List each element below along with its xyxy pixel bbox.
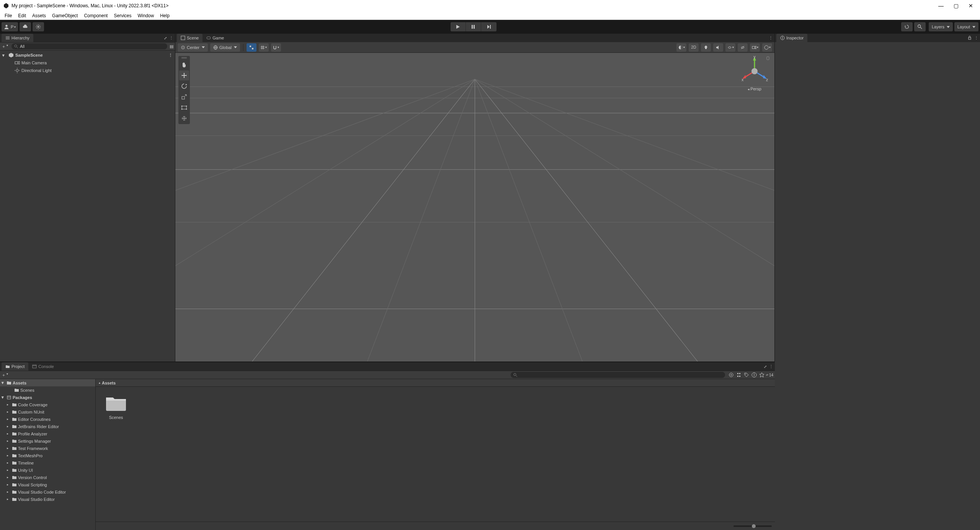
- expand-toggle[interactable]: ▸: [7, 417, 11, 421]
- filter-by-type-button[interactable]: [727, 371, 735, 378]
- scene-row[interactable]: ▾ SampleScene ⋮: [0, 51, 175, 59]
- grid-snap-button[interactable]: [247, 43, 256, 52]
- thumbnail-size-slider[interactable]: [733, 525, 772, 527]
- inspector-menu-icon[interactable]: ⋮: [974, 36, 978, 41]
- game-tab[interactable]: Game: [203, 34, 228, 42]
- hierarchy-filter-icon[interactable]: ▤: [170, 44, 173, 49]
- menu-gameobject[interactable]: GameObject: [49, 13, 81, 18]
- snap-settings-button[interactable]: ▾: [271, 43, 281, 52]
- project-package-item[interactable]: ▸Custom NUnit: [0, 408, 95, 415]
- minimize-button[interactable]: —: [938, 3, 944, 9]
- layers-dropdown[interactable]: Layers: [929, 22, 953, 31]
- project-search[interactable]: [511, 372, 725, 378]
- project-breadcrumb[interactable]: ▴ Assets: [96, 379, 775, 387]
- menu-assets[interactable]: Assets: [29, 13, 49, 18]
- project-package-item[interactable]: ▸Visual Studio Code Editor: [0, 488, 95, 496]
- expand-toggle[interactable]: ▸: [7, 468, 11, 472]
- scene-tab[interactable]: Scene: [177, 34, 203, 42]
- hierarchy-search[interactable]: All: [11, 43, 167, 49]
- transform-tool[interactable]: [179, 113, 189, 123]
- undo-history-button[interactable]: [901, 22, 913, 31]
- project-item-scenes[interactable]: Scenes: [103, 394, 129, 420]
- expand-toggle[interactable]: ▸: [7, 410, 11, 414]
- project-package-item[interactable]: ▸Unity UI: [0, 466, 95, 474]
- expand-toggle[interactable]: ▸: [7, 490, 11, 494]
- project-tab[interactable]: Project: [2, 362, 28, 371]
- project-package-item[interactable]: ▸Settings Manager: [0, 437, 95, 445]
- visibility-toggle[interactable]: [738, 43, 748, 52]
- cloud-button[interactable]: [20, 22, 31, 31]
- shading-dropdown[interactable]: ▾: [676, 43, 686, 52]
- maximize-button[interactable]: ▢: [954, 3, 959, 9]
- expand-toggle[interactable]: ▸: [7, 454, 11, 457]
- rotate-tool[interactable]: [179, 81, 189, 91]
- project-package-item[interactable]: ▸Test Framework: [0, 445, 95, 452]
- project-package-item[interactable]: ▸Profile Analyzer: [0, 430, 95, 437]
- 2d-toggle[interactable]: 2D: [689, 43, 699, 52]
- project-menu-icon[interactable]: ⋮: [769, 364, 773, 369]
- audio-toggle[interactable]: [713, 43, 723, 52]
- pivot-dropdown[interactable]: Center: [178, 43, 208, 52]
- project-folder-assets[interactable]: ▾ Assets: [0, 379, 95, 386]
- move-tool[interactable]: [179, 70, 189, 80]
- project-package-item[interactable]: ▸Version Control: [0, 474, 95, 481]
- favorite-button[interactable]: [758, 371, 766, 378]
- menu-window[interactable]: Window: [134, 13, 157, 18]
- menu-edit[interactable]: Edit: [15, 13, 29, 18]
- hierarchy-popout-icon[interactable]: ⤢: [164, 36, 167, 40]
- projection-label[interactable]: ◂Persp: [739, 87, 770, 91]
- scene-viewport[interactable]: y x z ◂Persp: [175, 53, 774, 362]
- project-package-item[interactable]: ▸Visual Scripting: [0, 481, 95, 488]
- expand-toggle[interactable]: ▸: [7, 447, 11, 450]
- expand-toggle[interactable]: ▸: [7, 476, 11, 479]
- orientation-gizmo[interactable]: y x z ◂Persp: [739, 56, 770, 91]
- rect-tool[interactable]: [179, 103, 189, 113]
- hierarchy-item-camera[interactable]: Main Camera: [0, 59, 175, 67]
- expand-toggle[interactable]: ▸: [7, 497, 11, 501]
- expand-toggle[interactable]: ▸: [7, 461, 11, 465]
- expand-toggle[interactable]: ▸: [7, 403, 11, 406]
- dock-grip[interactable]: [179, 57, 189, 59]
- expand-toggle[interactable]: ▾: [2, 380, 5, 385]
- save-search-button[interactable]: [743, 371, 750, 378]
- project-package-item[interactable]: ▸TextMeshPro: [0, 452, 95, 459]
- hidden-count-button[interactable]: 14: [766, 371, 773, 378]
- filter-by-label-button[interactable]: [735, 371, 743, 378]
- step-button[interactable]: [481, 22, 497, 31]
- expand-toggle[interactable]: ▸: [7, 483, 11, 486]
- project-folder-packages[interactable]: ▾ Packages: [0, 394, 95, 401]
- hierarchy-tab[interactable]: Hierarchy: [2, 34, 33, 42]
- expand-toggle[interactable]: ▾: [2, 395, 5, 400]
- expand-toggle[interactable]: ▸: [7, 432, 11, 435]
- play-button[interactable]: [451, 22, 466, 31]
- menu-component[interactable]: Component: [81, 13, 111, 18]
- project-package-item[interactable]: ▸Timeline: [0, 459, 95, 466]
- expand-toggle[interactable]: ▸: [7, 439, 11, 443]
- create-dropdown[interactable]: ＋▾: [2, 44, 9, 49]
- expand-toggle[interactable]: ▸: [7, 425, 11, 428]
- project-popout-icon[interactable]: ⤢: [764, 365, 767, 369]
- menu-services[interactable]: Services: [111, 13, 134, 18]
- global-search-button[interactable]: [914, 22, 926, 31]
- scene-menu-icon[interactable]: ⋮: [168, 53, 173, 58]
- camera-dropdown[interactable]: ▾: [750, 43, 760, 52]
- console-tab[interactable]: Console: [28, 364, 57, 369]
- hierarchy-menu-icon[interactable]: ⋮: [169, 36, 173, 41]
- help-button[interactable]: i: [750, 371, 758, 378]
- settings-button[interactable]: [33, 22, 44, 31]
- fx-dropdown[interactable]: ▾: [725, 43, 735, 52]
- project-package-item[interactable]: ▸JetBrains Rider Editor: [0, 423, 95, 430]
- lighting-toggle[interactable]: [701, 43, 711, 52]
- project-package-item[interactable]: ▸Visual Studio Editor: [0, 496, 95, 503]
- pause-button[interactable]: [466, 22, 481, 31]
- breadcrumb-toggle[interactable]: ▴: [99, 381, 100, 384]
- hierarchy-item-light[interactable]: Directional Light: [0, 67, 175, 74]
- gizmos-dropdown[interactable]: ▾: [762, 43, 772, 52]
- project-create-dropdown[interactable]: ＋▾: [2, 372, 9, 378]
- project-package-item[interactable]: ▸Code Coverage: [0, 401, 95, 408]
- snap-increment-button[interactable]: ▾: [259, 43, 269, 52]
- expand-toggle[interactable]: ▾: [2, 53, 7, 58]
- inspector-tab[interactable]: i Inspector: [776, 34, 807, 42]
- project-package-item[interactable]: ▸Editor Coroutines: [0, 415, 95, 423]
- menu-help[interactable]: Help: [157, 13, 173, 18]
